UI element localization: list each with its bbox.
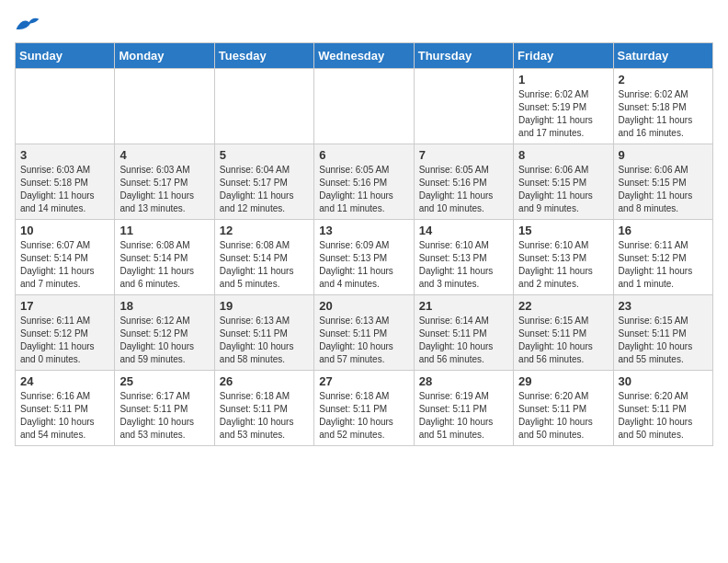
day-info: Sunrise: 6:12 AM Sunset: 5:12 PM Dayligh… xyxy=(119,315,209,366)
calendar-day-cell: 15Sunrise: 6:10 AM Sunset: 5:13 PM Dayli… xyxy=(514,220,613,295)
page-header xyxy=(15,15,713,35)
day-info: Sunrise: 6:05 AM Sunset: 5:16 PM Dayligh… xyxy=(419,164,508,215)
weekday-header: Friday xyxy=(514,43,613,69)
day-number: 28 xyxy=(419,374,508,388)
calendar-day-cell: 28Sunrise: 6:19 AM Sunset: 5:11 PM Dayli… xyxy=(414,371,513,446)
day-info: Sunrise: 6:14 AM Sunset: 5:11 PM Dayligh… xyxy=(419,315,508,366)
day-number: 16 xyxy=(619,224,708,237)
day-info: Sunrise: 6:10 AM Sunset: 5:13 PM Dayligh… xyxy=(518,239,608,291)
weekday-header-row: SundayMondayTuesdayWednesdayThursdayFrid… xyxy=(16,43,713,69)
calendar-day-cell: 23Sunrise: 6:15 AM Sunset: 5:11 PM Dayli… xyxy=(613,295,712,371)
day-number: 9 xyxy=(619,148,708,162)
calendar-week-row: 24Sunrise: 6:16 AM Sunset: 5:11 PM Dayli… xyxy=(16,371,713,446)
day-number: 2 xyxy=(619,73,708,86)
day-number: 1 xyxy=(518,73,608,86)
calendar-day-cell: 24Sunrise: 6:16 AM Sunset: 5:11 PM Dayli… xyxy=(16,371,115,446)
calendar-day-cell: 18Sunrise: 6:12 AM Sunset: 5:12 PM Dayli… xyxy=(115,295,214,371)
calendar-day-cell: 1Sunrise: 6:02 AM Sunset: 5:19 PM Daylig… xyxy=(514,69,613,144)
calendar-day-cell: 20Sunrise: 6:13 AM Sunset: 5:11 PM Dayli… xyxy=(314,295,414,371)
calendar-table: SundayMondayTuesdayWednesdayThursdayFrid… xyxy=(15,42,713,446)
calendar-day-cell: 29Sunrise: 6:20 AM Sunset: 5:11 PM Dayli… xyxy=(514,371,613,446)
calendar-day-cell: 25Sunrise: 6:17 AM Sunset: 5:11 PM Dayli… xyxy=(115,371,214,446)
day-info: Sunrise: 6:03 AM Sunset: 5:17 PM Dayligh… xyxy=(119,164,209,215)
calendar-day-cell: 21Sunrise: 6:14 AM Sunset: 5:11 PM Dayli… xyxy=(414,295,513,371)
day-number: 29 xyxy=(518,374,608,388)
calendar-day-cell: 12Sunrise: 6:08 AM Sunset: 5:14 PM Dayli… xyxy=(214,220,313,295)
empty-day-cell xyxy=(314,69,414,144)
day-info: Sunrise: 6:09 AM Sunset: 5:13 PM Dayligh… xyxy=(319,239,408,291)
weekday-header: Monday xyxy=(115,43,214,69)
calendar-day-cell: 14Sunrise: 6:10 AM Sunset: 5:13 PM Dayli… xyxy=(414,220,513,295)
day-info: Sunrise: 6:11 AM Sunset: 5:12 PM Dayligh… xyxy=(619,239,708,291)
calendar-day-cell: 3Sunrise: 6:03 AM Sunset: 5:18 PM Daylig… xyxy=(16,144,115,220)
calendar-day-cell: 11Sunrise: 6:08 AM Sunset: 5:14 PM Dayli… xyxy=(115,220,214,295)
day-info: Sunrise: 6:07 AM Sunset: 5:14 PM Dayligh… xyxy=(20,239,109,291)
calendar-day-cell: 30Sunrise: 6:20 AM Sunset: 5:11 PM Dayli… xyxy=(613,371,712,446)
calendar-week-row: 1Sunrise: 6:02 AM Sunset: 5:19 PM Daylig… xyxy=(16,69,713,144)
day-info: Sunrise: 6:02 AM Sunset: 5:19 PM Dayligh… xyxy=(518,88,608,140)
calendar-day-cell: 26Sunrise: 6:18 AM Sunset: 5:11 PM Dayli… xyxy=(214,371,313,446)
calendar-day-cell: 8Sunrise: 6:06 AM Sunset: 5:15 PM Daylig… xyxy=(514,144,613,220)
calendar-day-cell: 6Sunrise: 6:05 AM Sunset: 5:16 PM Daylig… xyxy=(314,144,414,220)
day-number: 8 xyxy=(518,148,608,162)
day-info: Sunrise: 6:20 AM Sunset: 5:11 PM Dayligh… xyxy=(518,390,608,442)
day-info: Sunrise: 6:15 AM Sunset: 5:11 PM Dayligh… xyxy=(518,315,608,366)
calendar-day-cell: 22Sunrise: 6:15 AM Sunset: 5:11 PM Dayli… xyxy=(514,295,613,371)
day-info: Sunrise: 6:05 AM Sunset: 5:16 PM Dayligh… xyxy=(319,164,408,215)
day-number: 24 xyxy=(20,374,109,388)
weekday-header: Thursday xyxy=(414,43,513,69)
weekday-header: Tuesday xyxy=(214,43,313,69)
day-number: 15 xyxy=(518,224,608,237)
day-number: 17 xyxy=(20,299,109,313)
day-number: 25 xyxy=(119,374,209,388)
day-number: 4 xyxy=(119,148,209,162)
day-number: 26 xyxy=(220,374,309,388)
calendar-day-cell: 5Sunrise: 6:04 AM Sunset: 5:17 PM Daylig… xyxy=(214,144,313,220)
day-info: Sunrise: 6:18 AM Sunset: 5:11 PM Dayligh… xyxy=(220,390,309,442)
calendar-day-cell: 9Sunrise: 6:06 AM Sunset: 5:15 PM Daylig… xyxy=(613,144,712,220)
day-number: 20 xyxy=(319,299,408,313)
logo xyxy=(15,15,44,35)
weekday-header: Wednesday xyxy=(314,43,414,69)
day-number: 22 xyxy=(518,299,608,313)
day-info: Sunrise: 6:17 AM Sunset: 5:11 PM Dayligh… xyxy=(119,390,209,442)
day-info: Sunrise: 6:06 AM Sunset: 5:15 PM Dayligh… xyxy=(619,164,708,215)
day-info: Sunrise: 6:20 AM Sunset: 5:11 PM Dayligh… xyxy=(619,390,708,442)
day-info: Sunrise: 6:19 AM Sunset: 5:11 PM Dayligh… xyxy=(419,390,508,442)
day-number: 10 xyxy=(20,224,109,237)
calendar-day-cell: 17Sunrise: 6:11 AM Sunset: 5:12 PM Dayli… xyxy=(16,295,115,371)
day-info: Sunrise: 6:10 AM Sunset: 5:13 PM Dayligh… xyxy=(419,239,508,291)
calendar-week-row: 10Sunrise: 6:07 AM Sunset: 5:14 PM Dayli… xyxy=(16,220,713,295)
day-number: 7 xyxy=(419,148,508,162)
calendar-day-cell: 7Sunrise: 6:05 AM Sunset: 5:16 PM Daylig… xyxy=(414,144,513,220)
day-info: Sunrise: 6:02 AM Sunset: 5:18 PM Dayligh… xyxy=(619,88,708,140)
day-number: 11 xyxy=(119,224,209,237)
empty-day-cell xyxy=(115,69,214,144)
day-number: 30 xyxy=(619,374,708,388)
calendar-day-cell: 19Sunrise: 6:13 AM Sunset: 5:11 PM Dayli… xyxy=(214,295,313,371)
day-info: Sunrise: 6:13 AM Sunset: 5:11 PM Dayligh… xyxy=(319,315,408,366)
day-number: 21 xyxy=(419,299,508,313)
day-info: Sunrise: 6:04 AM Sunset: 5:17 PM Dayligh… xyxy=(220,164,309,215)
weekday-header: Sunday xyxy=(16,43,115,69)
calendar-day-cell: 2Sunrise: 6:02 AM Sunset: 5:18 PM Daylig… xyxy=(613,69,712,144)
calendar-day-cell: 16Sunrise: 6:11 AM Sunset: 5:12 PM Dayli… xyxy=(613,220,712,295)
day-number: 27 xyxy=(319,374,408,388)
calendar-day-cell: 13Sunrise: 6:09 AM Sunset: 5:13 PM Dayli… xyxy=(314,220,414,295)
day-info: Sunrise: 6:18 AM Sunset: 5:11 PM Dayligh… xyxy=(319,390,408,442)
day-info: Sunrise: 6:16 AM Sunset: 5:11 PM Dayligh… xyxy=(20,390,109,442)
calendar-day-cell: 27Sunrise: 6:18 AM Sunset: 5:11 PM Dayli… xyxy=(314,371,414,446)
day-number: 18 xyxy=(119,299,209,313)
day-info: Sunrise: 6:15 AM Sunset: 5:11 PM Dayligh… xyxy=(619,315,708,366)
empty-day-cell xyxy=(16,69,115,144)
day-number: 5 xyxy=(220,148,309,162)
day-info: Sunrise: 6:08 AM Sunset: 5:14 PM Dayligh… xyxy=(119,239,209,291)
day-info: Sunrise: 6:13 AM Sunset: 5:11 PM Dayligh… xyxy=(220,315,309,366)
day-info: Sunrise: 6:03 AM Sunset: 5:18 PM Dayligh… xyxy=(20,164,109,215)
calendar-day-cell: 4Sunrise: 6:03 AM Sunset: 5:17 PM Daylig… xyxy=(115,144,214,220)
day-number: 12 xyxy=(220,224,309,237)
weekday-header: Saturday xyxy=(613,43,712,69)
day-info: Sunrise: 6:11 AM Sunset: 5:12 PM Dayligh… xyxy=(20,315,109,366)
day-number: 3 xyxy=(20,148,109,162)
day-info: Sunrise: 6:06 AM Sunset: 5:15 PM Dayligh… xyxy=(518,164,608,215)
